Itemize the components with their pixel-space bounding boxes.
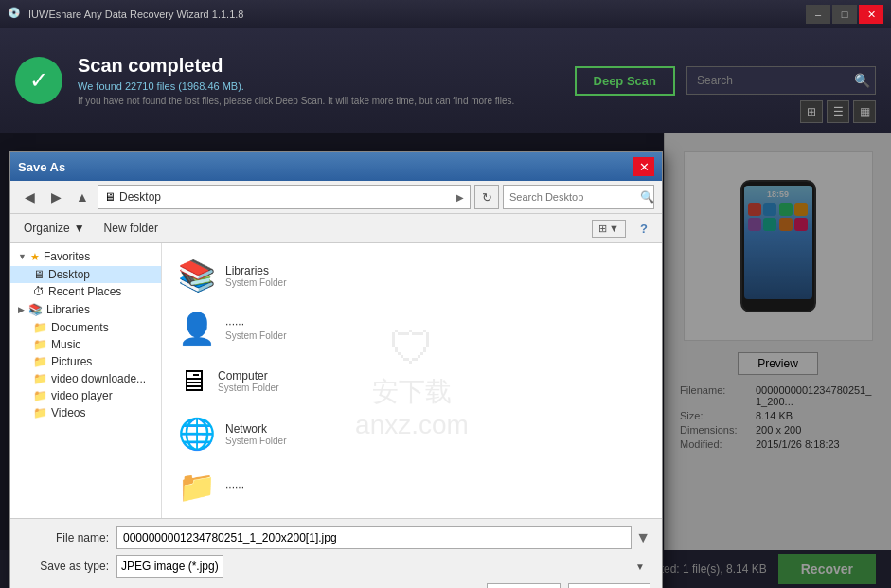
top-bar: ✓ Scan completed We found 22710 files (1… [0,28,891,133]
saveas-form-row: Save as type: JPEG image (*.jpg) ▼ [22,555,650,578]
content-area: 18:59 Preview [0,133,891,588]
recent-icon: ⏱ [33,285,45,298]
folder-info: ······ [225,480,244,493]
libraries-arrow: ▶ [18,305,25,314]
dialog-search-input[interactable] [509,191,640,203]
dialog-actions: Save Cancel [22,583,650,588]
organize-button[interactable]: Organize ▼ [18,219,91,238]
list-view-button[interactable]: ☰ [827,100,849,123]
dialog-close-button[interactable]: ✕ [633,157,654,176]
dialog-search-area: 🔍 [503,185,654,209]
location-arrow: ▶ [456,192,464,203]
back-button[interactable]: ◀ [18,186,41,208]
pictures-icon: 📁 [33,355,47,368]
view-toggle-button[interactable]: ⊞ ▼ [592,220,626,238]
save-button[interactable]: Save [487,583,560,588]
libraries-group: ▶ 📚 Libraries 📁 Documents 📁 Music [10,300,161,421]
documents-icon: 📁 [33,321,47,334]
maximize-button[interactable]: □ [832,5,857,24]
refresh-button[interactable]: ↻ [474,185,499,209]
folder-item-computer[interactable]: 🖥 Computer System Folder [169,357,654,405]
folder-info: ······ System Folder [225,317,286,341]
forward-button[interactable]: ▶ [45,186,67,208]
dialog-overlay: Save As ✕ ◀ ▶ ▲ 🖥 Desktop ▶ ↻ [0,133,891,588]
app-title: IUWEshare Any Data Recovery Wizard 1.1.1… [28,9,806,20]
libraries-icon: 📚 [28,303,43,316]
folder-item-misc[interactable]: 📁 ······ [169,462,654,511]
app-icon: 💿 [8,7,23,22]
sidebar-item-music[interactable]: 📁 Music [10,336,161,353]
folder-item-network[interactable]: 🌐 Network System Folder [169,409,654,458]
view-controls: ⊞ ☰ ▦ [800,100,876,123]
filename-form-row: File name: ▼ [22,526,650,549]
sidebar-item-video-player[interactable]: 📁 video player [10,387,161,404]
help-button[interactable]: ? [633,218,654,239]
cancel-button[interactable]: Cancel [568,583,650,588]
scan-info: Scan completed We found 22710 files (196… [78,55,575,106]
file-name-input[interactable] [116,526,632,549]
video-dl-icon: 📁 [33,372,47,385]
location-icon: 🖥 [104,190,116,204]
view-toggle-icon: ⊞ [598,223,607,235]
libraries-folder-icon: 📚 [178,258,216,294]
misc-folder-icon: 📁 [178,469,216,505]
libraries-header[interactable]: ▶ 📚 Libraries [10,300,161,319]
videos-icon: 📁 [33,406,47,419]
dialog-search-icon: 🔍 [640,190,654,204]
close-button[interactable]: ✕ [859,5,883,24]
window-controls: – □ ✕ [806,5,883,24]
computer-folder-icon: 🖥 [178,364,208,399]
favorites-header[interactable]: ▼ ★ Favorites [10,247,161,266]
search-icon[interactable]: 🔍 [854,73,870,88]
dialog-main-content: 🛡 安下载 anxz.com 📚 Libraries System Folder [162,243,662,518]
folder-item-user[interactable]: 👤 ······ System Folder [169,304,654,353]
scan-subtitle: We found 22710 files (1968.46 MB). [78,80,575,92]
save-as-dialog: Save As ✕ ◀ ▶ ▲ 🖥 Desktop ▶ ↻ [9,151,663,588]
sidebar-item-video-download[interactable]: 📁 video downloade... [10,370,161,387]
saveas-dropdown-icon: ▼ [635,561,645,572]
video-player-icon: 📁 [33,389,47,402]
sidebar-item-desktop[interactable]: 🖥 Desktop [10,266,161,283]
dialog-toolbar: ◀ ▶ ▲ 🖥 Desktop ▶ ↻ 🔍 [10,181,662,214]
location-bar: 🖥 Desktop ▶ [98,185,471,209]
detail-view-button[interactable]: ▦ [853,100,876,123]
filename-dropdown-icon: ▼ [635,529,650,546]
scan-note: If you have not found the lost files, pl… [78,96,575,106]
save-as-dropdown-wrap: JPEG image (*.jpg) ▼ [116,555,650,578]
sidebar-item-documents[interactable]: 📁 Documents [10,319,161,336]
location-text: Desktop [119,190,453,204]
minimize-button[interactable]: – [806,5,830,24]
sidebar-item-recent[interactable]: ⏱ Recent Places [10,283,161,300]
favorites-label: Favorites [44,250,90,263]
dialog-sidebar: ▼ ★ Favorites 🖥 Desktop ⏱ Recent Places [10,243,162,518]
sidebar-item-videos[interactable]: 📁 Videos [10,404,161,421]
success-icon: ✓ [15,57,62,104]
dialog-title: Save As [18,160,633,174]
organize-dropdown-icon: ▼ [74,222,85,235]
folder-item-libraries[interactable]: 📚 Libraries System Folder [169,251,654,300]
folder-info: Libraries System Folder [225,264,286,288]
dialog-body: ▼ ★ Favorites 🖥 Desktop ⏱ Recent Places [10,243,662,518]
network-folder-icon: 🌐 [178,416,216,452]
file-name-label: File name: [22,531,116,544]
save-as-select[interactable]: JPEG image (*.jpg) [116,555,223,578]
scan-title: Scan completed [78,55,575,77]
dialog-title-bar: Save As ✕ [10,152,662,181]
desktop-icon: 🖥 [33,268,45,281]
sidebar-item-pictures[interactable]: 📁 Pictures [10,353,161,370]
save-as-type-label: Save as type: [22,560,116,573]
view-toggle-arrow: ▼ [609,223,619,234]
favorites-group: ▼ ★ Favorites 🖥 Desktop ⏱ Recent Places [10,247,161,300]
folder-grid: 📚 Libraries System Folder 👤 ······ [169,251,654,511]
main-area: ✓ Scan completed We found 22710 files (1… [0,28,891,588]
deep-scan-button[interactable]: Deep Scan [575,66,675,96]
dialog-toolbar2: Organize ▼ New folder ⊞ ▼ ? [10,214,662,243]
search-input[interactable] [686,66,876,95]
new-folder-button[interactable]: New folder [98,219,164,238]
favorites-arrow: ▼ [18,252,27,261]
folder-info: Network System Folder [225,422,286,446]
title-bar: 💿 IUWEshare Any Data Recovery Wizard 1.1… [0,0,891,28]
grid-view-button[interactable]: ⊞ [800,100,823,123]
search-area: 🔍 [686,66,876,95]
up-button[interactable]: ▲ [71,186,94,208]
